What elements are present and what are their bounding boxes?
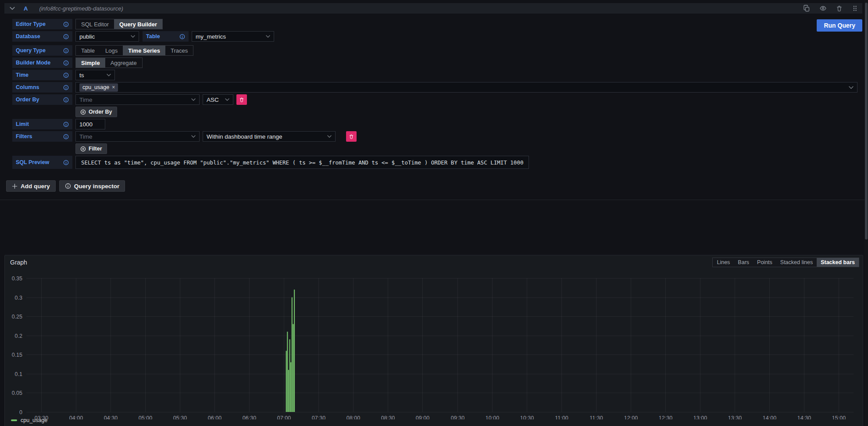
chevron-down-icon <box>127 35 135 38</box>
query-type-toggle: TableLogsTime SeriesTraces <box>75 45 193 56</box>
time-series-chart: 00.050.10.150.20.250.30.3503:3004:0004:3… <box>5 268 863 419</box>
bar-cpu_usage-07:02[interactable] <box>286 351 287 412</box>
y-tick-label: 0.05 <box>12 390 22 396</box>
bar-cpu_usage-07:04[interactable] <box>288 370 289 412</box>
bar-cpu_usage-07:06[interactable] <box>290 362 291 412</box>
add-order-by-row: Order By <box>12 107 857 117</box>
info-icon[interactable] <box>63 85 69 90</box>
query-builder-form: Editor Type SQL EditorQuery Builder Data… <box>4 16 862 169</box>
x-tick-label: 06:30 <box>243 415 256 419</box>
toggle-visibility-eye-icon[interactable] <box>819 5 827 12</box>
chip-label: cpu_usage <box>82 84 109 90</box>
delete-query-trash-icon[interactable] <box>836 5 843 12</box>
x-tick-label: 04:30 <box>104 415 118 419</box>
y-tick-label: 0.1 <box>15 371 22 377</box>
bar-cpu_usage-07:08[interactable] <box>293 324 293 412</box>
y-tick-label: 0.35 <box>12 276 22 282</box>
column-chip-cpu_usage[interactable]: cpu_usage× <box>79 83 118 92</box>
chevron-down-icon <box>188 135 196 138</box>
database-table-row: Database public Table my_metrics <box>12 31 857 42</box>
plus-icon <box>12 183 18 189</box>
sql-preview-code: SELECT ts as "time", cpu_usage FROM "pub… <box>75 156 529 169</box>
x-tick-label: 04:00 <box>69 415 83 419</box>
legend-item-cpu_usage[interactable]: cpu_usage <box>11 417 47 423</box>
add-order-by-button[interactable]: Order By <box>75 107 117 117</box>
info-icon[interactable] <box>63 34 69 39</box>
info-icon[interactable] <box>63 134 69 140</box>
option-aggregate[interactable]: Aggregate <box>105 58 142 68</box>
bar-cpu_usage-07:07[interactable] <box>292 297 293 412</box>
option-stacked-lines[interactable]: Stacked lines <box>776 258 817 267</box>
table-select[interactable]: my_metrics <box>192 31 274 42</box>
info-icon[interactable] <box>179 34 185 39</box>
option-sql-editor[interactable]: SQL Editor <box>76 19 114 29</box>
y-tick-label: 0.25 <box>12 314 22 320</box>
info-icon[interactable] <box>63 160 69 165</box>
filter-condition-select[interactable]: Within dashboard time range <box>203 131 336 142</box>
info-icon[interactable] <box>63 48 69 54</box>
order-by-row: Order By Time ASC <box>12 94 857 105</box>
display-mode-tabs: LinesBarsPointsStacked linesStacked bars <box>712 258 859 267</box>
bar-cpu_usage-07:05[interactable] <box>289 339 290 412</box>
info-icon[interactable] <box>63 21 69 27</box>
drag-handle-icon[interactable] <box>852 5 858 12</box>
option-traces[interactable]: Traces <box>165 46 193 55</box>
chevron-down-icon <box>221 98 229 101</box>
y-tick-label: 0.2 <box>15 333 22 339</box>
query-inspector-button[interactable]: Query inspector <box>59 180 125 192</box>
bar-cpu_usage-07:03[interactable] <box>287 332 288 412</box>
table-label: Table <box>143 31 189 42</box>
duplicate-query-icon[interactable] <box>803 5 810 12</box>
columns-multiselect[interactable]: cpu_usage× <box>75 82 857 93</box>
option-points[interactable]: Points <box>753 258 776 267</box>
query-editor-page: A (info8fcc-greptimedb-datasource) Run Q… <box>0 0 868 426</box>
info-icon[interactable] <box>63 122 69 127</box>
section-divider <box>0 200 868 200</box>
add-query-button[interactable]: Add query <box>6 180 56 192</box>
collapse-query-chevron[interactable] <box>10 7 15 10</box>
order-by-field-select[interactable]: Time <box>75 94 200 105</box>
chevron-down-icon <box>103 74 111 76</box>
circle-plus-icon <box>80 146 86 152</box>
database-select[interactable]: public <box>75 31 139 42</box>
info-icon[interactable] <box>63 97 69 103</box>
time-column-select[interactable]: ts <box>75 70 115 80</box>
filters-row: Filters Time Within dashboard time range <box>12 131 857 142</box>
info-icon[interactable] <box>63 60 69 66</box>
remove-chip-icon[interactable]: × <box>112 84 115 90</box>
query-row-header[interactable]: A (info8fcc-greptimedb-datasource) <box>4 3 862 14</box>
remove-filter-button[interactable] <box>346 131 357 142</box>
option-logs[interactable]: Logs <box>100 46 123 55</box>
y-tick-label: 0.15 <box>12 352 22 358</box>
option-lines[interactable]: Lines <box>713 258 734 267</box>
x-tick-label: 11:30 <box>589 415 603 419</box>
option-table[interactable]: Table <box>76 46 100 55</box>
option-bars[interactable]: Bars <box>734 258 753 267</box>
graph-panel: Graph LinesBarsPointsStacked linesStacke… <box>4 255 863 426</box>
chevron-down-icon <box>849 86 854 89</box>
legend-color-swatch <box>11 419 17 421</box>
x-tick-label: 14:30 <box>797 415 811 419</box>
x-tick-label: 13:00 <box>693 415 707 419</box>
x-tick-label: 15:00 <box>832 415 846 419</box>
filter-field-select[interactable]: Time <box>75 131 200 142</box>
option-simple[interactable]: Simple <box>76 58 105 68</box>
option-stacked-bars[interactable]: Stacked bars <box>817 258 859 267</box>
info-icon[interactable] <box>63 72 69 78</box>
limit-input[interactable] <box>75 119 105 129</box>
query-ref-id: A <box>24 5 28 12</box>
option-query-builder[interactable]: Query Builder <box>114 19 162 29</box>
filters-label: Filters <box>12 131 72 142</box>
x-tick-label: 10:30 <box>520 415 534 419</box>
time-label: Time <box>12 70 72 80</box>
scrollbar-thumb[interactable] <box>865 3 868 240</box>
order-by-direction-select[interactable]: ASC <box>203 94 233 105</box>
add-filter-button[interactable]: Filter <box>75 143 107 154</box>
remove-order-by-button[interactable] <box>236 94 247 105</box>
builder-mode-row: Builder Mode SimpleAggregate <box>12 57 857 68</box>
chevron-down-icon <box>324 135 332 138</box>
bar-cpu_usage-07:09[interactable] <box>294 290 295 412</box>
option-time-series[interactable]: Time Series <box>123 46 165 55</box>
editor-type-toggle: SQL EditorQuery Builder <box>75 19 163 29</box>
x-tick-label: 08:30 <box>381 415 395 419</box>
